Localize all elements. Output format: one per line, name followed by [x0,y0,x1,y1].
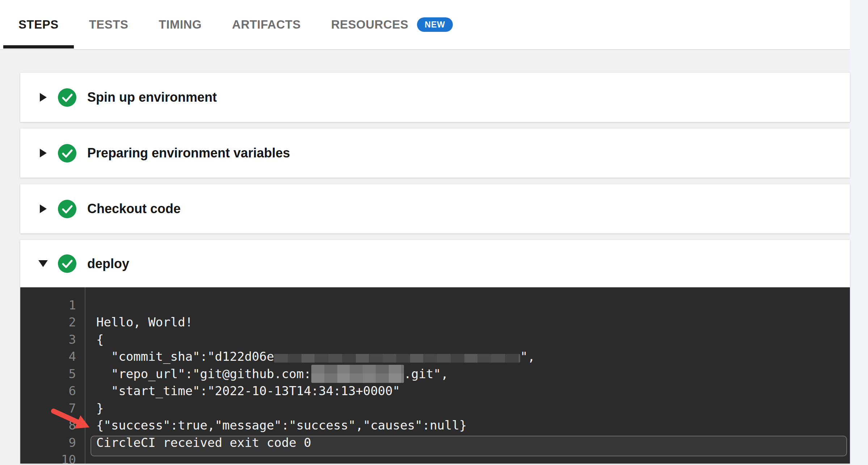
expand-chevron-right-icon[interactable] [38,93,49,102]
success-check-icon [58,88,76,107]
line-number: 9 [20,435,85,450]
line-text: {"success":true,"message":"success","cau… [85,418,467,432]
console-line: 6 "start_time":"2022-10-13T14:34:13+0000… [20,382,850,400]
job-detail-panel: STEPS TESTS TIMING ARTIFACTS RESOURCES N… [0,0,850,465]
console-line: 10 [20,451,850,464]
tab-bar: STEPS TESTS TIMING ARTIFACTS RESOURCES N… [0,0,850,50]
line-number: 1 [20,298,85,312]
tab-artifacts[interactable]: ARTIFACTS [217,0,316,49]
new-badge: NEW [417,17,453,32]
console-line: 8{"success":true,"message":"success","ca… [20,417,850,434]
success-check-icon [58,144,76,162]
tab-tests[interactable]: TESTS [74,0,144,49]
line-text: Hello, World! [85,315,193,329]
line-text: "start_time":"2022-10-13T14:34:13+0000" [85,384,400,398]
line-number: 4 [20,349,85,364]
console-line: 9CircleCI received exit code 0 [20,434,850,451]
line-text: { [85,332,104,347]
console-lines: 12Hello, World!3{4 "commit_sha":"d122d06… [20,287,850,464]
expand-chevron-right-icon[interactable] [38,149,49,157]
tab-tests-label: TESTS [89,18,128,31]
line-text: "repo_url":"git@github.com:.git", [85,365,448,383]
success-check-icon [58,200,76,218]
step-label: Spin up environment [87,90,217,105]
line-number: 2 [20,315,85,329]
step-header-preparing-environment-variables[interactable]: Preparing environment variables [20,128,850,178]
line-number: 6 [20,384,85,398]
line-number: 5 [20,367,85,381]
console-line: 1 [20,296,850,314]
step-header-deploy[interactable]: deploy [20,240,850,287]
line-number: 3 [20,332,85,347]
annotation-arrow-icon [46,405,96,434]
success-check-icon [58,254,76,273]
step-card-deploy: deploy 12Hello, World!3{4 "commit_sha":"… [20,240,850,464]
step-label: Preparing environment variables [87,145,290,161]
step-card-preparing-environment-variables: Preparing environment variables [20,128,850,178]
console-line: 2Hello, World! [20,314,850,331]
tab-resources-label: RESOURCES [331,18,409,31]
step-label: deploy [87,256,129,271]
console-line: 7} [20,400,850,417]
expand-chevron-right-icon[interactable] [38,204,49,213]
line-text: CircleCI received exit code 0 [85,435,311,450]
tab-artifacts-label: ARTIFACTS [232,18,301,31]
line-number: 10 [20,452,85,464]
step-header-checkout-code[interactable]: Checkout code [20,184,850,233]
steps-list: Spin up environment Preparing environmen… [0,50,850,464]
tab-steps-label: STEPS [18,18,59,31]
tab-resources[interactable]: RESOURCES NEW [316,0,468,49]
tab-steps[interactable]: STEPS [3,0,74,49]
redacted-blur-block [274,354,520,363]
step-card-spin-up-environment: Spin up environment [20,73,850,122]
tab-timing[interactable]: TIMING [144,0,217,49]
console-line: 5 "repo_url":"git@github.com:.git", [20,365,850,382]
collapse-chevron-down-icon[interactable] [38,260,49,267]
redacted-blur-block [311,365,404,383]
step-header-spin-up-environment[interactable]: Spin up environment [20,73,850,122]
line-text: "commit_sha":"d122d06e", [85,349,535,364]
tab-timing-label: TIMING [159,18,202,31]
step-card-checkout-code: Checkout code [20,184,850,233]
console-output: 12Hello, World!3{4 "commit_sha":"d122d06… [20,287,850,464]
step-label: Checkout code [87,201,181,216]
console-line: 4 "commit_sha":"d122d06e", [20,348,850,365]
console-line: 3{ [20,331,850,348]
